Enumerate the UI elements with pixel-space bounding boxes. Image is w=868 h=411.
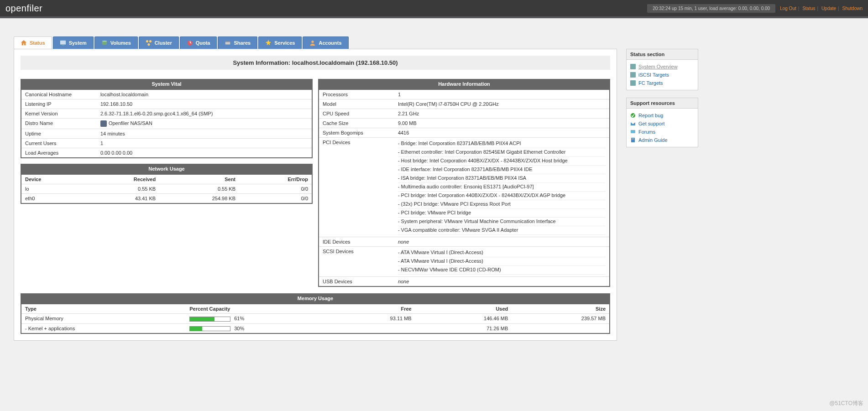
shutdown-link[interactable]: Shutdown: [842, 6, 863, 11]
tab-services[interactable]: Services: [258, 36, 302, 49]
svg-rect-8: [225, 42, 230, 42]
support-link-forums[interactable]: Forums: [630, 128, 694, 136]
device-item: Host bridge: Intel Corporation 440BX/ZX/…: [398, 157, 606, 166]
sidebar-link-system-overview[interactable]: System Overview: [630, 62, 694, 71]
row-label: IDE Devices: [319, 237, 394, 247]
hardware-row: PCI DevicesBridge: Intel Corporation 823…: [319, 138, 610, 237]
accounts-icon: [309, 40, 316, 46]
update-link[interactable]: Update: [821, 6, 836, 11]
sidebar-label: FC Targets: [638, 80, 663, 86]
svg-rect-16: [631, 138, 635, 142]
system-vital-row: Listening IP192.168.10.50: [21, 99, 312, 109]
support-icon: [630, 121, 636, 126]
network-usage-caption: Network Usage: [21, 164, 313, 174]
svg-point-5: [147, 43, 150, 46]
top-links: Log Out| Status| Update| Shutdown: [780, 6, 863, 11]
mem-free: 93.11 MB: [327, 314, 415, 324]
row-value: 2.21 GHz: [394, 109, 610, 119]
row-label: Current Users: [21, 139, 97, 148]
tab-system[interactable]: System: [53, 36, 94, 49]
system-vital-row: Current Users1: [21, 139, 312, 148]
support-icon: [630, 113, 636, 118]
memory-row: Physical Memory61%93.11 MB146.46 MB239.5…: [21, 314, 610, 324]
support-label: Get support: [638, 121, 664, 126]
device-item: Multimedia audio controller: Ensoniq ES1…: [398, 183, 606, 192]
status-section-box: Status section System OverviewiSCSI Targ…: [626, 49, 698, 90]
memory-usage-table: Memory Usage Type Percent Capacity Free …: [21, 293, 610, 334]
hardware-row: SCSI DevicesATA VMware Virtual I (Direct…: [319, 247, 610, 277]
services-icon: [265, 40, 272, 46]
memory-row: - Kernel + applications30%71.26 MB: [21, 323, 610, 333]
row-label: Model: [319, 99, 394, 109]
hardware-row: CPU Speed2.21 GHz: [319, 109, 610, 119]
svg-rect-11: [630, 72, 636, 78]
row-value: 9.00 MB: [394, 119, 610, 128]
tab-cluster[interactable]: Cluster: [139, 36, 179, 49]
support-resources-head: Support resources: [627, 98, 698, 109]
row-label: System Bogomips: [319, 128, 394, 138]
logout-link[interactable]: Log Out: [780, 6, 796, 11]
row-label: USB Devices: [319, 277, 394, 287]
device-item: Ethernet controller: Intel Corporation 8…: [398, 148, 606, 157]
net-col-errdrop: Err/Drop: [239, 174, 312, 184]
network-row: lo0.55 KB0.55 KB0/0: [21, 184, 312, 194]
mem-type: - Kernel + applications: [21, 323, 186, 333]
sidebar-link-iscsi-targets[interactable]: iSCSI Targets: [630, 71, 694, 79]
net-cell-received: 43.41 KB: [83, 194, 159, 204]
device-item: System peripheral: VMware Virtual Machin…: [398, 218, 606, 226]
tab-accounts[interactable]: Accounts: [303, 36, 348, 49]
progress-bar: [189, 317, 230, 322]
distro-icon: [100, 120, 107, 127]
sidebar-icon: [630, 64, 636, 69]
row-value: 0.00 0.00 0.00: [97, 148, 312, 158]
net-cell-errdrop: 0/0: [239, 194, 312, 204]
device-item: PCI bridge: Intel Corporation 440BX/ZX/D…: [398, 192, 606, 200]
row-label: Cache Size: [319, 119, 394, 128]
svg-rect-0: [60, 41, 66, 45]
system-vital-row: Uptime14 minutes: [21, 129, 312, 139]
svg-point-9: [312, 41, 314, 43]
mem-col-free: Free: [327, 304, 415, 314]
row-label: Load Averages: [21, 148, 97, 158]
svg-rect-1: [62, 45, 64, 46]
sidebar-label: iSCSI Targets: [638, 72, 669, 78]
network-row: eth043.41 KB254.98 KB0/0: [21, 194, 312, 204]
hardware-info-table: Hardware Information Processors1ModelInt…: [318, 79, 610, 287]
mem-used: 71.26 MB: [415, 323, 512, 333]
row-value: 1: [97, 139, 312, 148]
logo: openfiler: [5, 3, 42, 14]
status-link[interactable]: Status: [802, 6, 815, 11]
tab-quota[interactable]: Quota: [180, 36, 217, 49]
support-link-admin-guide[interactable]: Admin Guide: [630, 136, 694, 144]
hardware-row: USB Devicesnone: [319, 277, 610, 287]
row-value: localhost.localdomain: [97, 89, 312, 99]
svg-rect-17: [632, 139, 634, 139]
net-col-received: Received: [83, 174, 159, 184]
net-cell-sent: 254.98 KB: [159, 194, 239, 204]
sidebar-link-fc-targets[interactable]: FC Targets: [630, 79, 694, 87]
net-cell-device: lo: [21, 184, 83, 194]
tab-shares[interactable]: Shares: [218, 36, 257, 49]
support-label: Admin Guide: [638, 137, 668, 143]
uptime-status: 20:32:24 up 15 min, 1 user, load average…: [647, 4, 775, 13]
row-label: Canonical Hostname: [21, 89, 97, 99]
cluster-icon: [146, 40, 152, 46]
net-cell-errdrop: 0/0: [239, 184, 312, 194]
system-vital-row: Load Averages0.00 0.00 0.00: [21, 148, 312, 158]
sidebar-icon: [630, 72, 636, 78]
device-item: ISA bridge: Intel Corporation 82371AB/EB…: [398, 174, 606, 183]
support-link-report-bug[interactable]: Report bug: [630, 111, 694, 120]
tab-status[interactable]: Status: [14, 36, 52, 49]
device-item: NECVMWar VMware IDE CDR10 (CD-ROM): [398, 266, 606, 275]
hardware-row: Cache Size9.00 MB: [319, 119, 610, 128]
support-link-get-support[interactable]: Get support: [630, 120, 694, 128]
sidebar-icon: [630, 80, 636, 86]
memory-usage-caption: Memory Usage: [21, 293, 610, 303]
row-value: 192.168.10.50: [97, 99, 312, 109]
tab-volumes[interactable]: Volumes: [94, 36, 138, 49]
svg-rect-12: [630, 80, 636, 86]
row-value: 14 minutes: [97, 129, 312, 139]
row-label: Processors: [319, 89, 394, 99]
row-label: Kernel Version: [21, 109, 97, 119]
status-section-head: Status section: [627, 49, 698, 60]
